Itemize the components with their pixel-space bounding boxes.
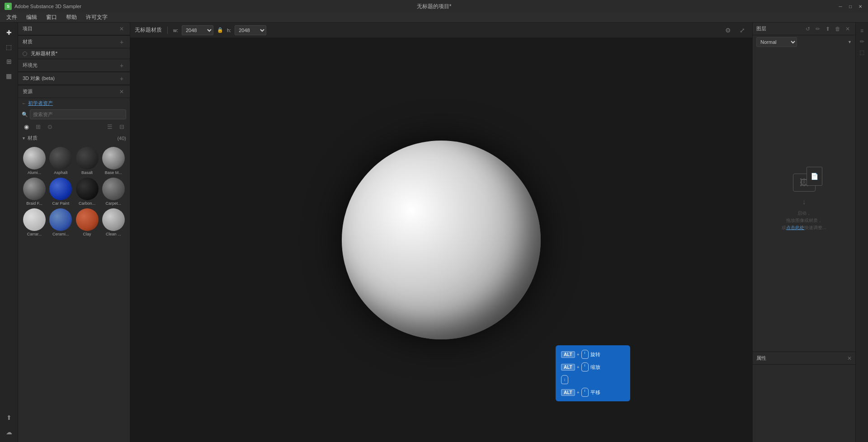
assets-back-link[interactable]: 初学者资产 [28,100,53,107]
material-title: 材质 [23,38,33,45]
assets-back-btn[interactable]: ← [22,101,26,106]
alt-key-1: ALT [561,351,575,358]
layer-delete-btn[interactable]: 🗑 [834,25,842,33]
layers-title: 图层 [756,25,766,32]
toolbar-upload-btn[interactable]: ⬆ [3,411,15,424]
assets-content[interactable]: Alumi... Asphalt Basalt Base M... [18,143,130,442]
maximize-button[interactable]: □ [847,3,854,9]
list-item[interactable]: Base M... [101,146,126,176]
mini-btn-3[interactable]: ⬚ [858,48,867,57]
list-item[interactable]: Asphalt [48,146,73,176]
view-list-btn[interactable]: ☰ [105,122,114,131]
assets-close-btn[interactable]: ✕ [118,88,125,95]
menu-file[interactable]: 文件 [2,13,22,22]
channel-placeholder[interactable]: 🖼 📄 ↓ 启动， 拖放图像或材质， 或点击此处快速调整... [756,52,852,348]
layer-edit-btn[interactable]: ✏ [814,25,822,33]
mouse-move-icon [581,388,589,397]
mat-thumb-img [76,147,99,169]
app-icon: S [5,3,12,10]
menubar: 文件 编辑 窗口 帮助 许可文字 [0,13,868,23]
list-item[interactable]: Clean ... [101,207,126,237]
height-select[interactable]: 2048 1024 512 4096 [235,25,266,35]
search-input[interactable] [30,109,126,119]
list-item[interactable]: Carbon... [75,177,100,207]
view-grid-btn[interactable]: ⊟ [117,122,126,131]
shortcut-rotate-row: ALT + 旋转 [561,350,625,359]
layer-upload-btn[interactable]: ⬆ [824,25,832,33]
viewport-toolbar: 无标题材质 w: 2048 1024 512 4096 🔒 h: 2048 10… [130,23,752,38]
left-panel: 项目 ✕ 材质 + 无标题材质* 环境光 + 3D 对象 (b [18,23,130,442]
object-section: 3D 对象 (beta) + [18,72,130,85]
object-add-btn[interactable]: + [118,75,125,82]
material-add-btn[interactable]: + [118,38,125,46]
list-item[interactable]: Alumi... [22,146,47,176]
menu-license[interactable]: 许可文字 [81,13,112,22]
env-add-btn[interactable]: + [118,62,125,69]
env-section: 环境光 + [18,59,130,72]
viewport-canvas[interactable]: ALT + 旋转 ALT + 缩放 ↕ ALT [130,38,752,442]
menu-window[interactable]: 窗口 [42,13,61,22]
layers-sub-header: Normal ▼ [753,35,855,49]
mat-thumb-img [23,208,46,231]
layers-sub-arrow[interactable]: ▼ [848,40,852,44]
list-item[interactable]: Clay [75,207,100,237]
layer-refresh-btn[interactable]: ↺ [804,25,812,33]
toolbar-community-btn[interactable]: ☁ [3,426,15,438]
toolbar-layers-btn[interactable]: ▦ [3,70,15,82]
material-section: 材质 + 无标题材质* [18,35,130,59]
list-item[interactable]: Car Paint [48,177,73,207]
mat-label: Carrar... [27,232,42,236]
menu-help[interactable]: 帮助 [61,13,81,22]
width-select[interactable]: 2048 1024 512 4096 [182,25,213,35]
assets-nav: ← 初学者资产 [18,98,130,108]
project-close-btn[interactable]: ✕ [118,25,125,33]
layers-channels: 🖼 📄 ↓ 启动， 拖放图像或材质， 或点击此处快速调整... [753,49,855,352]
viewport-settings-btn[interactable]: ⚙ [722,25,733,36]
mat-thumb-img [49,208,72,231]
toolbar-transform-btn[interactable]: ⬚ [3,41,15,53]
mat-label: Basalt [81,170,93,175]
blend-mode-select[interactable]: Normal [756,37,797,47]
mat-thumb-img [49,147,72,169]
minimize-button[interactable]: ─ [837,3,844,9]
list-item[interactable]: Cerami... [48,207,73,237]
toolbar-crop-btn[interactable]: ⊞ [3,55,15,68]
view-filter-btn[interactable]: ⊙ [45,122,54,131]
category-arrow[interactable]: ▼ [22,136,26,141]
mat-label: Clay [83,232,91,236]
list-item[interactable]: Carpet... [101,177,126,207]
mini-btn-2[interactable]: ✏ [858,37,867,46]
env-title: 环境光 [23,62,38,69]
category-label: 材质 [28,135,38,141]
list-item[interactable]: Braid F... [22,177,47,207]
mat-label: Car Paint [52,201,70,206]
material-grid: Alumi... Asphalt Basalt Base M... [20,145,128,238]
material-item[interactable]: 无标题材质* [18,48,130,59]
viewport-expand-btn[interactable]: ⤢ [737,25,748,36]
window-controls: ─ □ ✕ [837,3,863,9]
toolbar-add-btn[interactable]: ✚ [3,26,15,39]
list-item[interactable]: Basalt [75,146,100,176]
scroll-wheel-icon: ↕ [561,375,568,384]
properties-close-btn[interactable]: ✕ [847,355,852,362]
properties-content [753,365,855,442]
list-item[interactable]: Carrar... [22,207,47,237]
material-name: 无标题材质* [31,50,57,57]
width-label: w: [173,28,178,33]
mini-btn-1[interactable]: ≡ [858,26,867,35]
properties-title: 属性 [756,355,766,362]
menu-edit[interactable]: 编辑 [22,13,42,22]
material-dot [23,52,27,56]
channel-arrow-down: ↓ [802,198,806,206]
view-sphere-btn[interactable]: ◉ [22,122,31,131]
mat-label: Carpet... [106,201,122,206]
layers-close-btn[interactable]: ✕ [844,25,852,33]
titlebar: S Adobe Substance 3D Sampler 无标题的项目* ─ □… [0,0,868,13]
close-button[interactable]: ✕ [857,3,863,9]
view-image-btn[interactable]: ⊞ [33,122,42,131]
viewport: 无标题材质 w: 2048 1024 512 4096 🔒 h: 2048 10… [130,23,752,442]
mat-thumb-img [102,147,125,169]
mat-label: Clean ... [106,232,121,236]
project-header: 项目 ✕ [18,23,130,35]
quick-adjust-link[interactable]: 点击此处 [786,225,804,230]
